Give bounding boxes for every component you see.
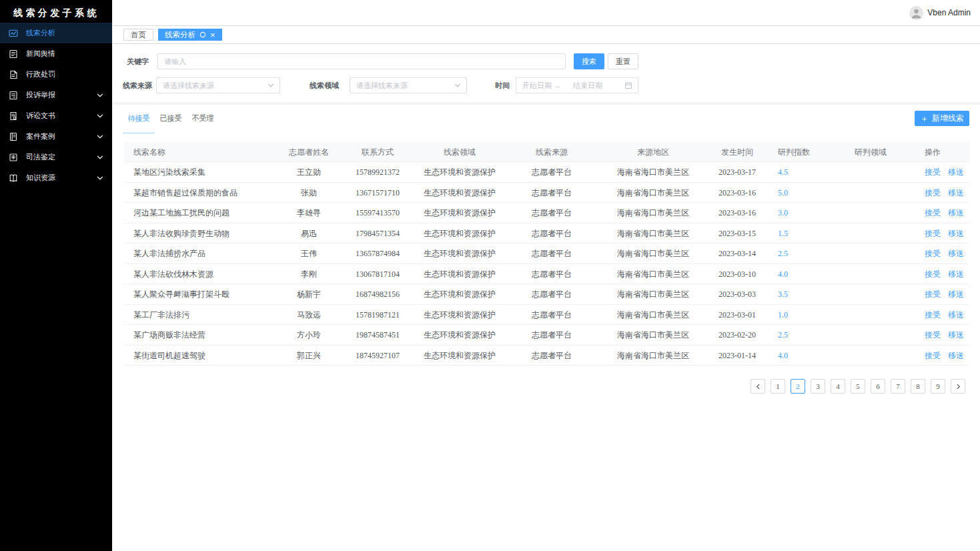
cell-judge_domain <box>827 243 914 263</box>
top-header: Vben Admin <box>113 0 980 26</box>
cell-actions: 接受移送 <box>914 325 969 345</box>
accept-link[interactable]: 接受 <box>925 310 941 320</box>
cell-index: 1.0 <box>767 305 827 325</box>
sidebar: 线索分发子系统 线索分析新闻舆情行政处罚投诉举报诉讼文书案件案例司法鉴定知识资源 <box>0 0 113 551</box>
page-next-button[interactable] <box>951 379 965 394</box>
sidebar-item-5[interactable]: 诉讼文书 <box>0 105 112 126</box>
cell-domain: 生态环境和资源保护 <box>415 284 504 304</box>
page-prev-button[interactable] <box>751 379 765 394</box>
end-date-placeholder: 结束日期 <box>573 81 604 91</box>
page-button-6[interactable]: 6 <box>871 379 885 394</box>
cell-source: 志愿者平台 <box>504 264 599 284</box>
cell-volunteer: 张勋 <box>278 183 340 203</box>
cell-phone: 19874587451 <box>340 325 415 345</box>
transfer-link[interactable]: 移送 <box>948 290 964 299</box>
column-header-index: 研判指数 <box>767 142 827 161</box>
page-button-5[interactable]: 5 <box>851 379 865 394</box>
column-header-volunteer: 志愿者姓名 <box>278 142 340 161</box>
transfer-link[interactable]: 移送 <box>948 351 964 360</box>
page-button-8[interactable]: 8 <box>911 379 925 394</box>
cell-region: 海南省海口市美兰区 <box>599 305 707 325</box>
cell-domain: 生态环境和资源保护 <box>415 346 504 366</box>
sidebar-item-label: 新闻舆情 <box>26 49 103 59</box>
cell-actions: 接受移送 <box>914 264 969 284</box>
page-button-4[interactable]: 4 <box>831 379 845 394</box>
cell-domain: 生态环境和资源保护 <box>415 203 504 223</box>
sidebar-item-7[interactable]: 司法鉴定 <box>0 147 112 167</box>
status-tab-3[interactable]: 不受理 <box>187 107 219 129</box>
cell-volunteer: 郭正兴 <box>278 346 340 366</box>
cell-name: 某人非法砍伐林木资源 <box>124 264 278 284</box>
clue-source-select[interactable]: 请选择线索来源 <box>156 77 280 93</box>
clue-domain-placeholder: 请选择线索来源 <box>356 81 454 91</box>
cell-judge_domain <box>827 264 914 284</box>
close-icon[interactable]: × <box>210 31 215 39</box>
transfer-link[interactable]: 移送 <box>948 188 964 197</box>
transfer-link[interactable]: 移送 <box>948 330 964 340</box>
accept-link[interactable]: 接受 <box>925 188 941 197</box>
page-button-3[interactable]: 3 <box>811 379 825 394</box>
table-row: 某人非法收购珍贵野生动物易迅17984571354生态环境和资源保护志愿者平台海… <box>124 223 969 244</box>
transfer-link[interactable]: 移送 <box>948 208 964 217</box>
search-button[interactable]: 搜索 <box>574 53 604 69</box>
cell-judge_domain <box>827 203 914 223</box>
filter-panel: 关键字 搜索 重置 线索来源 请选择线索来源 线索领域 请选择线索来源 时间 开… <box>113 44 980 102</box>
clue-domain-label: 线索领域 <box>310 77 339 93</box>
sidebar-item-8[interactable]: 知识资源 <box>0 167 112 188</box>
cell-date: 2023-01-14 <box>707 346 767 366</box>
add-clue-button[interactable]: ＋ 新增线索 <box>915 111 969 126</box>
sidebar-item-4[interactable]: 投诉举报 <box>0 85 112 105</box>
cell-actions: 接受移送 <box>914 223 969 243</box>
transfer-link[interactable]: 移送 <box>948 167 964 177</box>
status-tab-1[interactable]: 待接受 <box>123 107 155 129</box>
accept-link[interactable]: 接受 <box>925 249 941 258</box>
accept-link[interactable]: 接受 <box>925 269 941 279</box>
accept-link[interactable]: 接受 <box>925 229 941 238</box>
accept-link[interactable]: 接受 <box>925 330 941 340</box>
page-button-1[interactable]: 1 <box>771 379 785 394</box>
status-tab-2[interactable]: 已接受 <box>155 107 187 129</box>
accept-link[interactable]: 接受 <box>925 167 941 177</box>
cell-index: 4.0 <box>767 346 827 366</box>
tab-clue-analysis[interactable]: 线索分析 × <box>158 29 222 41</box>
cell-index: 5.0 <box>767 183 827 203</box>
cell-domain: 生态环境和资源保护 <box>415 223 504 243</box>
accept-link[interactable]: 接受 <box>925 351 941 360</box>
cell-name: 某地区污染线索采集 <box>124 162 278 182</box>
user-menu[interactable]: Vben Admin <box>909 6 971 20</box>
refresh-icon[interactable] <box>199 31 206 38</box>
reset-button[interactable]: 重置 <box>608 53 638 69</box>
sidebar-item-2[interactable]: 新闻舆情 <box>0 43 112 64</box>
accept-link[interactable]: 接受 <box>925 290 941 299</box>
cell-phone: 17984571354 <box>340 223 415 243</box>
transfer-link[interactable]: 移送 <box>948 310 964 320</box>
cell-judge_domain <box>827 325 914 345</box>
column-header-region: 来源地区 <box>599 142 707 161</box>
cell-name: 河边某工地施工扰民的问题 <box>124 203 278 223</box>
column-header-source: 线索来源 <box>504 142 599 161</box>
keyword-input[interactable] <box>157 53 566 69</box>
cell-judge_domain <box>827 162 914 182</box>
table-row: 某人非法砍伐林木资源李刚13067817104生态环境和资源保护志愿者平台海南省… <box>124 264 969 285</box>
page-button-9[interactable]: 9 <box>931 379 945 394</box>
chevron-down-icon <box>268 82 274 89</box>
sidebar-item-1[interactable]: 线索分析 <box>0 23 112 43</box>
column-header-name: 线索名称 <box>124 142 278 161</box>
transfer-link[interactable]: 移送 <box>948 249 964 258</box>
clue-source-label: 线索来源 <box>123 77 152 93</box>
tab-home[interactable]: 首页 <box>123 29 153 41</box>
page-button-2[interactable]: 2 <box>791 379 805 394</box>
cell-name: 某人非法捕捞水产品 <box>124 243 278 263</box>
clue-table: 线索名称志愿者姓名联系方式线索领域线索来源来源地区发生时间研判指数研判领域操作某… <box>124 142 969 366</box>
date-range-picker[interactable]: 开始日期 → 结束日期 <box>516 77 638 93</box>
sidebar-item-3[interactable]: 行政处罚 <box>0 64 112 85</box>
accept-link[interactable]: 接受 <box>925 208 941 217</box>
table-row: 某工厂非法排污马致远15781987121生态环境和资源保护志愿者平台海南省海口… <box>124 305 969 326</box>
transfer-link[interactable]: 移送 <box>948 269 964 279</box>
page-button-7[interactable]: 7 <box>891 379 905 394</box>
cell-source: 志愿者平台 <box>504 183 599 203</box>
knowledge-icon <box>9 173 19 183</box>
transfer-link[interactable]: 移送 <box>948 229 964 238</box>
sidebar-item-6[interactable]: 案件案例 <box>0 126 112 147</box>
clue-domain-select[interactable]: 请选择线索来源 <box>350 77 467 93</box>
